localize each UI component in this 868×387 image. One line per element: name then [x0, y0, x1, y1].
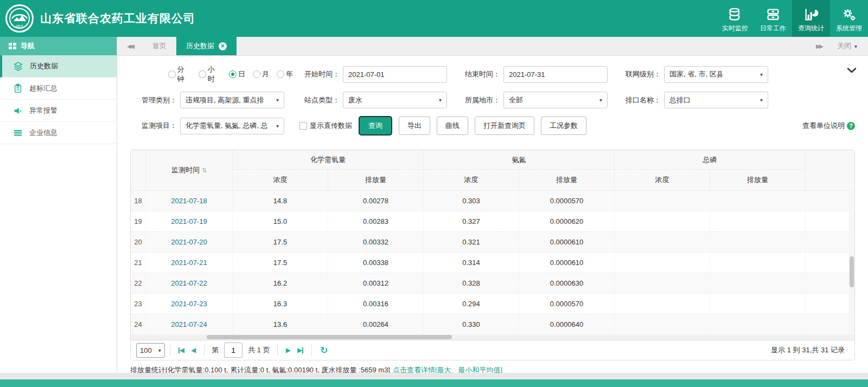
top-nav-system-admin[interactable]: 系统管理	[830, 0, 868, 37]
working-params-button[interactable]: 工况参数	[541, 117, 586, 135]
last-page-button[interactable]: ▶	[294, 346, 307, 354]
cod-emission-cell: 0.00332	[328, 232, 424, 252]
export-button[interactable]: 导出	[399, 117, 430, 135]
cod-emission-cell: 0.00312	[328, 273, 424, 293]
outlet-label: 排口名称：	[614, 95, 661, 105]
nh3-emission-cell: 0.0000570	[519, 294, 615, 314]
tab-history-data[interactable]: 历史数据 ×	[176, 37, 237, 55]
top-nav-query-stats[interactable]: 查询统计	[792, 0, 830, 37]
select-value: 废水	[348, 95, 362, 105]
vertical-scrollbar-thumb[interactable]	[850, 256, 854, 287]
period-radio-group: 分钟 小时 日 月 年	[130, 64, 293, 84]
table-row[interactable]: 18 2021-07-18 14.8 0.00278 0.303 0.00005…	[131, 190, 854, 211]
radio-year[interactable]: 年	[277, 69, 293, 79]
curve-button[interactable]: 曲线	[437, 117, 468, 135]
date-cell[interactable]: 2021-07-20	[146, 232, 233, 252]
top-nav-daily-work[interactable]: 日常工作	[754, 0, 792, 37]
radio-day[interactable]: 日	[229, 69, 245, 79]
unit-note-link[interactable]: 查看单位说明 ?	[802, 121, 855, 131]
time-column-header[interactable]: 监测时间 ⇅	[146, 150, 233, 190]
date-cell[interactable]: 2021-07-22	[146, 273, 233, 293]
gear-icon	[841, 7, 857, 22]
first-page-button[interactable]: ◀	[175, 346, 188, 354]
outlet-select[interactable]: 总排口 ▾	[664, 92, 768, 108]
city-select[interactable]: 全部 ▾	[503, 92, 608, 108]
select-value: 化学需氧量, 氨氮, 总磷, 总	[186, 121, 268, 131]
query-button[interactable]: 查询	[359, 116, 392, 136]
tabs-scroll-left-icon[interactable]: ◀◀	[117, 43, 143, 50]
radio-month[interactable]: 月	[253, 69, 269, 79]
date-cell[interactable]: 2021-07-21	[146, 253, 233, 273]
nh3-concentration-cell: 0.321	[424, 232, 519, 252]
radio-icon	[253, 70, 260, 78]
sidebar-title: 导航	[21, 41, 35, 51]
network-level-select[interactable]: 国家, 省, 市, 区县 ▾	[664, 66, 768, 83]
table-row[interactable]: 21 2021-07-21 17.5 0.00338 0.314 0.00006…	[131, 252, 854, 273]
subheader-emission: 排放量	[710, 170, 806, 190]
sidebar: 导航 历史数据 超标汇总	[0, 37, 117, 373]
sidebar-item-exceed-summary[interactable]: 超标汇总	[0, 78, 117, 100]
row-number: 18	[131, 191, 146, 211]
table-row[interactable]: 24 2021-07-24 13.6 0.00264 0.330 0.00006…	[131, 314, 854, 334]
vertical-scrollbar[interactable]	[849, 190, 854, 334]
select-value: 违规项目, 高架源, 重点排	[186, 95, 264, 105]
horizontal-scrollbar[interactable]	[131, 334, 854, 340]
sidebar-item-label: 异常报警	[29, 106, 58, 115]
refresh-icon[interactable]: ↻	[317, 345, 331, 356]
tp-emission-cell	[710, 191, 806, 211]
date-cell[interactable]: 2021-07-19	[146, 211, 233, 231]
manage-type-select[interactable]: 违规项目, 高架源, 重点排 ▾	[180, 92, 284, 108]
cod-concentration-cell: 13.6	[233, 314, 328, 334]
first-page-icon: ◀	[180, 346, 184, 354]
radio-hour[interactable]: 小时	[199, 64, 221, 84]
start-time-input[interactable]	[343, 66, 447, 83]
date-cell[interactable]: 2021-07-18	[146, 191, 233, 211]
subheader-concentration: 浓度	[424, 170, 519, 190]
horizontal-scrollbar-thumb[interactable]	[207, 335, 452, 339]
tab-label: 首页	[152, 41, 167, 51]
page-size-select[interactable]: 100 ▾	[136, 343, 165, 358]
drawers-icon	[765, 7, 781, 22]
manage-type-label: 管理类别：	[130, 95, 177, 105]
tab-home[interactable]: 首页	[143, 37, 176, 55]
date-cell[interactable]: 2021-07-23	[146, 294, 233, 314]
radio-icon	[277, 70, 284, 78]
prev-page-button[interactable]: ◀	[188, 346, 199, 354]
radio-minute[interactable]: 分钟	[168, 64, 191, 84]
table-row[interactable]: 23 2021-07-23 16.3 0.00316 0.294 0.00005…	[131, 293, 854, 314]
tabs-scroll-right-icon[interactable]: ▶▶	[816, 43, 822, 50]
open-new-query-button[interactable]: 打开新查询页	[475, 117, 534, 135]
tab-close-icon[interactable]: ×	[219, 42, 227, 50]
sidebar-item-abnormal-alarm[interactable]: 异常报警	[0, 100, 117, 122]
speaker-icon	[13, 106, 23, 115]
table-row[interactable]: 20 2021-07-20 17.5 0.00332 0.321 0.00006…	[131, 231, 854, 252]
layers-icon	[13, 61, 23, 72]
tabs-close-menu[interactable]: 关闭▾	[837, 41, 857, 51]
site-type-select[interactable]: 废水 ▾	[343, 92, 447, 108]
date-cell[interactable]: 2021-07-24	[146, 314, 233, 334]
next-page-button[interactable]: ▶	[283, 346, 294, 354]
start-time-field: 开始时间：	[293, 66, 454, 83]
tp-emission-cell	[710, 232, 806, 252]
table-row[interactable]: 22 2021-07-22 16.2 0.00312 0.328 0.00006…	[131, 273, 854, 293]
page-suffix: 共 1 页	[248, 345, 270, 355]
tp-concentration-cell	[615, 273, 710, 293]
page-number-input[interactable]	[224, 343, 242, 358]
top-nav-realtime[interactable]: 实时监控	[716, 0, 754, 37]
end-time-input[interactable]	[503, 66, 608, 83]
cod-concentration-cell: 15.0	[233, 211, 328, 231]
sidebar-item-enterprise-info[interactable]: 企业信息	[0, 122, 117, 144]
nh3-emission-cell: 0.0000630	[519, 273, 615, 293]
subheader-emission: 排放量	[519, 170, 615, 190]
sidebar-item-history-data[interactable]: 历史数据	[0, 55, 117, 78]
sort-icon[interactable]: ⇅	[202, 167, 207, 174]
chevron-down-icon: ▾	[276, 123, 279, 129]
direct-data-checkbox[interactable]	[299, 122, 307, 130]
cod-emission-cell: 0.00283	[328, 211, 424, 231]
chevron-down-icon: ▾	[854, 43, 857, 49]
filler-cell	[806, 294, 854, 314]
table-row[interactable]: 19 2021-07-19 15.0 0.00283 0.327 0.00006…	[131, 211, 854, 231]
collapse-panel-icon[interactable]	[847, 68, 856, 73]
site-type-label: 站点类型：	[293, 95, 340, 105]
monitor-items-select[interactable]: 化学需氧量, 氨氮, 总磷, 总 ▾	[180, 118, 284, 134]
